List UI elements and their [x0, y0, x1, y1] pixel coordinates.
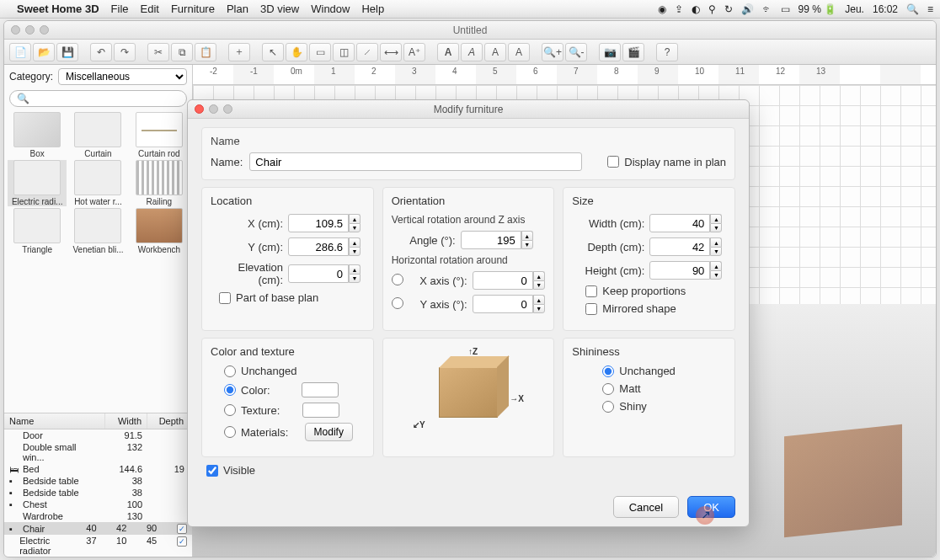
cut-button[interactable]: ✂ — [147, 43, 169, 61]
pan-tool-button[interactable]: ✋ — [286, 43, 307, 61]
menu-3dview[interactable]: 3D view — [260, 3, 299, 15]
dropbox-icon[interactable]: ⇪ — [675, 3, 683, 15]
color-swatch-button[interactable] — [302, 382, 339, 397]
y-down[interactable]: ▼ — [349, 247, 361, 256]
copy-button[interactable]: ⧉ — [171, 43, 193, 61]
furniture-row[interactable]: Electric radiator371045✓ — [4, 535, 192, 557]
yaxis-up[interactable]: ▲ — [533, 295, 545, 304]
xaxis-up[interactable]: ▲ — [533, 271, 545, 280]
photo-button[interactable]: 📷 — [599, 43, 621, 61]
height-input[interactable] — [649, 261, 710, 280]
clock-time[interactable]: 16:02 — [873, 3, 898, 15]
yaxis-down[interactable]: ▼ — [533, 304, 545, 313]
catalog-thumb[interactable]: Curtain — [68, 112, 127, 158]
undo-button[interactable]: ↶ — [90, 43, 112, 61]
zoom-out-button[interactable]: 🔍- — [565, 43, 587, 61]
save-file-button[interactable]: 💾 — [56, 43, 78, 61]
h-down[interactable]: ▼ — [710, 270, 722, 280]
xaxis-down[interactable]: ▼ — [533, 280, 545, 290]
redo-button[interactable]: ↷ — [114, 43, 136, 61]
spotlight-icon[interactable]: 🔍 — [906, 3, 919, 15]
d-up[interactable]: ▲ — [710, 237, 722, 247]
display-icon[interactable]: ▭ — [781, 3, 790, 15]
menu-edit[interactable]: Edit — [141, 3, 159, 15]
x-up[interactable]: ▲ — [349, 214, 361, 223]
y-up[interactable]: ▲ — [349, 237, 361, 247]
catalog-thumb[interactable]: Venetian bli... — [68, 208, 127, 254]
furniture-row[interactable]: Wardrobe130 — [4, 510, 192, 522]
notifications-icon[interactable]: ≡ — [927, 3, 933, 15]
catalog-thumb[interactable]: Triangle — [8, 208, 67, 254]
app-name[interactable]: Sweet Home 3D — [17, 3, 99, 15]
ok-button[interactable]: OK — [687, 496, 735, 518]
furniture-row[interactable]: ▪Chest100 — [4, 499, 192, 510]
d-down[interactable]: ▼ — [710, 247, 722, 256]
text-size-up-button[interactable]: A — [484, 43, 506, 61]
menu-plan[interactable]: Plan — [227, 3, 248, 15]
texture-swatch-button[interactable] — [302, 403, 339, 418]
menu-file[interactable]: File — [111, 3, 129, 15]
elev-down[interactable]: ▼ — [349, 274, 361, 283]
catalog-thumb[interactable]: Electric radi... — [8, 160, 67, 206]
status-dot-icon[interactable]: ◐ — [692, 3, 700, 15]
menu-help[interactable]: Help — [361, 3, 384, 15]
text-italic-button[interactable]: A — [461, 43, 483, 61]
keep-proportions-checkbox[interactable] — [585, 285, 597, 297]
depth-input[interactable] — [649, 237, 710, 256]
elev-up[interactable]: ▲ — [349, 264, 361, 274]
catalog-thumb[interactable]: Hot water r... — [68, 160, 127, 206]
furniture-row[interactable]: 🛏Bed144.619 — [4, 463, 192, 475]
ct-materials-radio[interactable] — [224, 426, 236, 438]
bluetooth-icon[interactable]: ⚲ — [708, 3, 716, 15]
xaxis-input[interactable] — [473, 271, 533, 290]
menu-window[interactable]: Window — [311, 3, 350, 15]
sh-shiny-radio[interactable] — [602, 401, 614, 413]
room-tool-button[interactable]: ◫ — [333, 43, 355, 61]
base-plan-checkbox[interactable] — [219, 292, 231, 304]
furniture-list[interactable]: Door91.5Double small win...132🛏Bed144.61… — [4, 429, 192, 557]
dialog-close-button[interactable] — [195, 104, 204, 114]
furniture-row[interactable]: Double small win...132 — [4, 441, 192, 463]
col-name[interactable]: Name — [4, 413, 105, 429]
col-width[interactable]: Width — [105, 413, 147, 429]
dimension-tool-button[interactable]: ⟷ — [380, 43, 402, 61]
ct-unchanged-radio[interactable] — [224, 365, 236, 377]
volume-icon[interactable]: 🔊 — [741, 3, 754, 15]
angle-input[interactable] — [461, 231, 521, 249]
visible-checkbox[interactable] — [206, 465, 218, 477]
furniture-row[interactable]: ▪Bedside table38 — [4, 487, 192, 499]
catalog-thumb[interactable]: Workbench — [130, 208, 189, 254]
text-tool-button[interactable]: A⁺ — [403, 43, 425, 61]
elevation-input[interactable] — [288, 264, 349, 283]
materials-modify-button[interactable]: Modify — [305, 423, 353, 441]
menu-furniture[interactable]: Furniture — [171, 3, 215, 15]
angle-up[interactable]: ▲ — [521, 231, 533, 240]
catalog-thumb[interactable]: Box — [8, 112, 67, 158]
furniture-row[interactable]: ▪Bedside table38 — [4, 475, 192, 487]
x-input[interactable] — [288, 214, 349, 232]
catalog-thumb[interactable]: Railing — [130, 160, 189, 206]
wall-tool-button[interactable]: ▭ — [309, 43, 331, 61]
display-name-checkbox[interactable] — [607, 156, 619, 168]
minimize-window-button[interactable] — [25, 25, 35, 35]
w-up[interactable]: ▲ — [710, 214, 722, 223]
furniture-row[interactable]: Door91.5 — [4, 429, 192, 441]
timemachine-icon[interactable]: ↻ — [724, 3, 733, 15]
zoom-in-button[interactable]: 🔍+ — [542, 43, 563, 61]
ct-color-radio[interactable] — [224, 384, 236, 396]
add-furniture-button[interactable]: ＋ — [228, 43, 250, 61]
zoom-window-button[interactable] — [40, 25, 49, 35]
close-window-button[interactable] — [11, 25, 20, 35]
x-down[interactable]: ▼ — [349, 223, 361, 232]
col-depth[interactable]: Depth — [147, 413, 190, 429]
battery-status[interactable]: 99 % 🔋 — [798, 3, 837, 15]
help-button[interactable]: ? — [656, 43, 678, 61]
paste-button[interactable]: 📋 — [195, 43, 216, 61]
video-button[interactable]: 🎬 — [622, 43, 644, 61]
w-down[interactable]: ▼ — [710, 223, 722, 232]
angle-down[interactable]: ▼ — [521, 240, 533, 249]
new-file-button[interactable]: 📄 — [9, 43, 31, 61]
sh-matt-radio[interactable] — [602, 383, 614, 395]
open-file-button[interactable]: 📂 — [33, 43, 55, 61]
polyline-tool-button[interactable]: ⟋ — [356, 43, 378, 61]
